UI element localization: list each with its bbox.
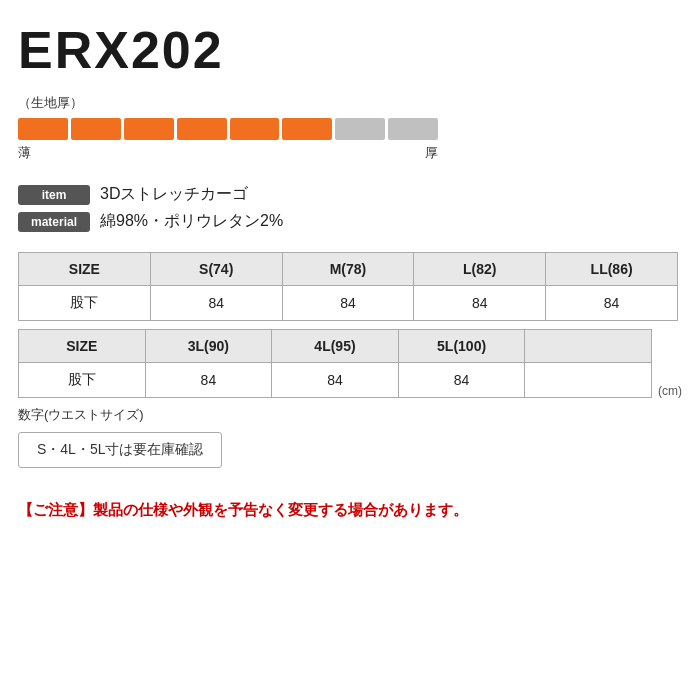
caution-text: 【ご注意】製品の仕様や外観を予告なく変更する場合があります。 <box>18 498 682 522</box>
size-table-1: SIZES(74)M(78)L(82)LL(86)股下84848484 <box>18 252 678 321</box>
size-table-2: SIZE3L(90)4L(95)5L(100)股下848484 <box>18 329 652 398</box>
size-table-1-wrapper: SIZES(74)M(78)L(82)LL(86)股下84848484 <box>18 252 682 321</box>
material-badge: material <box>18 212 90 232</box>
thickness-thin-label: 薄 <box>18 144 31 162</box>
item-row: item 3Dストレッチカーゴ <box>18 184 682 205</box>
cm-label: (cm) <box>658 354 682 398</box>
size-table-2-row: SIZE3L(90)4L(95)5L(100)股下848484 (cm) <box>18 329 682 406</box>
size-table-2-container: SIZE3L(90)4L(95)5L(100)股下848484 <box>18 329 652 406</box>
stock-check-note: S・4L・5L寸は要在庫確認 <box>18 432 222 468</box>
material-value: 綿98%・ポリウレタン2% <box>100 211 283 232</box>
thickness-scale: 薄 厚 <box>18 144 438 162</box>
product-info-section: item 3Dストレッチカーゴ material 綿98%・ポリウレタン2% <box>18 184 682 232</box>
product-title: ERX202 <box>18 20 682 80</box>
material-row: material 綿98%・ポリウレタン2% <box>18 211 682 232</box>
thickness-bar <box>18 118 438 140</box>
item-value: 3Dストレッチカーゴ <box>100 184 248 205</box>
thickness-thick-label: 厚 <box>425 144 438 162</box>
thickness-label: （生地厚） <box>18 94 682 112</box>
item-badge: item <box>18 185 90 205</box>
waist-note: 数字(ウエストサイズ) <box>18 406 682 424</box>
